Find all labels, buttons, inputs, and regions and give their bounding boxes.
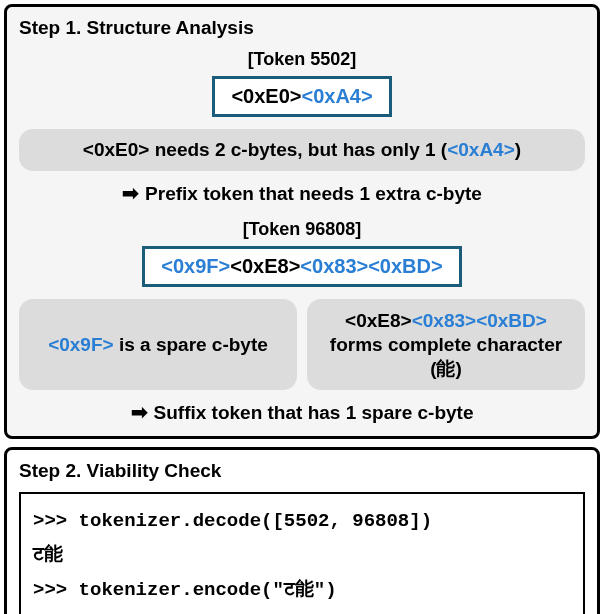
arrow1-line: ➡Prefix token that needs 1 extra c-byte (19, 181, 585, 205)
token1-block: [Token 5502] <0xE0><0xA4> (19, 49, 585, 129)
token1-label: [Token 5502] (19, 49, 585, 70)
arrow2-text: Suffix token that has 1 spare c-byte (154, 402, 474, 423)
step1-title: Step 1. Structure Analysis (19, 17, 585, 39)
explain2a-byte: <0x9F> (48, 334, 114, 355)
token2-bytes: <0x9F><0xE8><0x83><0xBD> (142, 246, 461, 287)
code-line-3: >>> tokenizer.encode("ट能") (33, 573, 571, 607)
arrow2-line: ➡Suffix token that has 1 spare c-byte (19, 400, 585, 424)
explain1-part-c: ) (515, 139, 521, 160)
explain1-part-a: <0xE0> needs 2 c-bytes, but has only 1 ( (83, 139, 447, 160)
explain2b-byte2: <0x83><0xBD> (412, 310, 547, 331)
token1-bytes: <0xE0><0xA4> (212, 76, 391, 117)
step2-panel: Step 2. Viability Check >>> tokenizer.de… (4, 447, 600, 614)
byte-83: <0x83> (300, 255, 368, 277)
code-line-4: [5502, 96808] (33, 607, 571, 614)
byte-e0: <0xE0> (231, 85, 301, 107)
explain2b-byte1: <0xE8> (345, 310, 412, 331)
byte-e8: <0xE8> (230, 255, 300, 277)
code-line-2: ट能 (33, 538, 571, 572)
explain2a-text: is a spare c-byte (114, 334, 268, 355)
explain1-box: <0xE0> needs 2 c-bytes, but has only 1 (… (19, 129, 585, 171)
byte-bd: <0xBD> (368, 255, 443, 277)
step2-title: Step 2. Viability Check (19, 460, 585, 482)
step1-panel: Step 1. Structure Analysis [Token 5502] … (4, 4, 600, 439)
explain2b-text: forms complete character (能) (330, 334, 562, 379)
code-box: >>> tokenizer.decode([5502, 96808]) ट能 >… (19, 492, 585, 614)
token2-label: [Token 96808] (19, 219, 585, 240)
explain2a-box: <0x9F> is a spare c-byte (19, 299, 297, 390)
explain2b-box: <0xE8><0x83><0xBD> forms complete charac… (307, 299, 585, 390)
arrow-right-icon: ➡ (122, 181, 139, 205)
arrow-right-icon: ➡ (131, 400, 148, 424)
byte-a4: <0xA4> (301, 85, 372, 107)
code-line-1: >>> tokenizer.decode([5502, 96808]) (33, 504, 571, 538)
token2-block: [Token 96808] <0x9F><0xE8><0x83><0xBD> (19, 219, 585, 299)
byte-9f: <0x9F> (161, 255, 230, 277)
explain1-part-b: <0xA4> (447, 139, 515, 160)
arrow1-text: Prefix token that needs 1 extra c-byte (145, 183, 482, 204)
explain2-row: <0x9F> is a spare c-byte <0xE8><0x83><0x… (19, 299, 585, 390)
